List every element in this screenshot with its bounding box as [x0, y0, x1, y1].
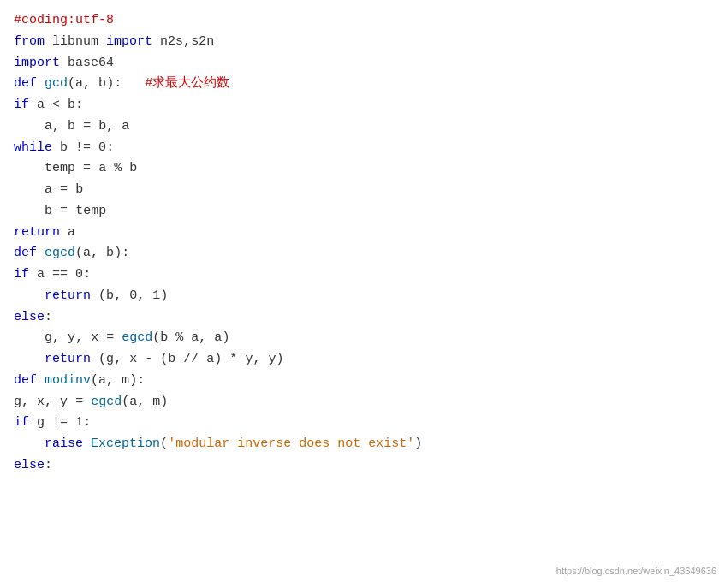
code-line: temp = a % b: [14, 158, 711, 180]
code-line: a = b: [14, 180, 711, 201]
code-line: from libnum import n2s,s2n: [14, 32, 711, 53]
code-container: #coding:utf-8from libnum import n2s,s2ni…: [0, 0, 725, 588]
code-line: def modinv(a, m):: [14, 371, 711, 392]
code-line: g, x, y = egcd(a, m): [14, 392, 711, 413]
code-line: raise Exception('modular inverse does no…: [14, 434, 711, 455]
code-line: a, b = b, a: [14, 116, 711, 138]
code-line: while b != 0:: [14, 138, 711, 159]
watermark: https://blog.csdn.net/weixin_43649636: [556, 564, 716, 579]
code-line: else:: [14, 307, 711, 329]
code-line: def egcd(a, b):: [14, 243, 711, 264]
code-block: #coding:utf-8from libnum import n2s,s2ni…: [14, 10, 711, 477]
code-line: return a: [14, 223, 711, 244]
code-line: if g != 1:: [14, 413, 711, 434]
code-line: return (b, 0, 1): [14, 286, 711, 307]
code-line: if a < b:: [14, 95, 711, 116]
code-line: b = temp: [14, 201, 711, 223]
code-line: def gcd(a, b): #求最大公约数: [14, 74, 711, 95]
code-line: else:: [14, 455, 711, 477]
code-line: import base64: [14, 53, 711, 74]
code-line: if a == 0:: [14, 264, 711, 286]
code-line: #coding:utf-8: [14, 10, 711, 32]
code-line: return (g, x - (b // a) * y, y): [14, 349, 711, 371]
code-line: g, y, x = egcd(b % a, a): [14, 328, 711, 349]
